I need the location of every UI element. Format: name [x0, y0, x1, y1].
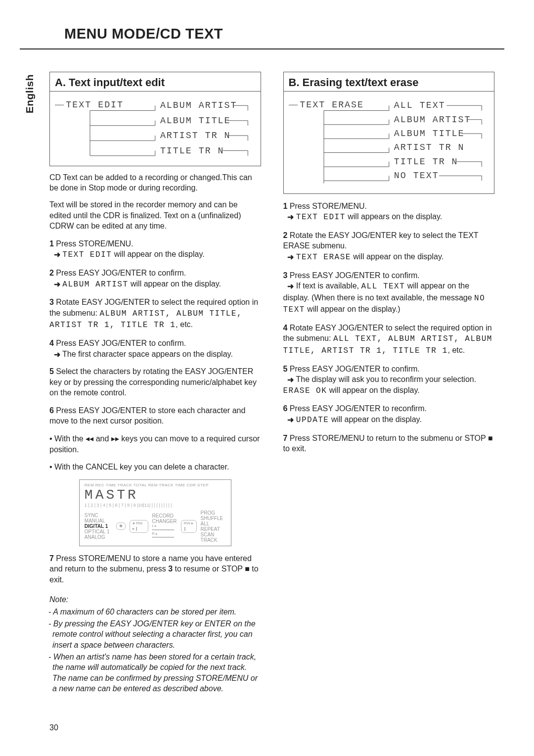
- section-a-box: A. Text input/text edit TEXT EDIT ALBUM …: [49, 72, 261, 166]
- step-a3: 3 Rotate EASY JOG/ENTER to select the re…: [49, 297, 261, 331]
- arrow-icon: ➜: [287, 281, 294, 292]
- rewind-icon: ◂◂: [86, 434, 93, 443]
- column-a: A. Text input/text edit TEXT EDIT ALBUM …: [49, 72, 261, 695]
- step-b6: 6 Press EASY JOG/ENTER to reconfirm. ➜ U…: [283, 403, 495, 425]
- note-item: A maximum of 60 characters can be stored…: [52, 607, 261, 617]
- arrow-icon: ➜: [287, 212, 294, 223]
- section-b-box: B. Erasing text/text erase TEXT ERASE AL…: [283, 72, 495, 194]
- content-columns: A. Text input/text edit TEXT EDIT ALBUM …: [49, 72, 494, 695]
- step-b5: 5 Press EASY JOG/ENTER to confirm. ➜ The…: [283, 364, 495, 397]
- step-a6: 6 Press EASY JOG/ENTER to store each cha…: [49, 405, 261, 426]
- lcd-track-bar: 1 | 2 | 3 | 4 | 5 | 6 | 7 | 8 | 9 |10|11…: [85, 502, 226, 508]
- rw-badge-2: RW ▸ ‖: [181, 520, 197, 533]
- arrow-icon: ➜: [287, 252, 294, 263]
- tree-b-items: ALL TEXT ALBUM ARTIST ALBUM TITLE ARTIST…: [323, 100, 481, 181]
- disc-icon: ◉: [116, 522, 126, 530]
- step-a7: 7 Press STORE/MENU to store a name you h…: [49, 553, 261, 585]
- step-a2: 2 Press EASY JOG/ENTER to confirm. ➜ ALB…: [49, 268, 261, 290]
- language-tab: English: [24, 74, 36, 113]
- svg-text:ARTIST TR N: ARTIST TR N: [394, 142, 464, 152]
- arrow-icon: ➜: [54, 249, 60, 260]
- svg-text:ALBUM TITLE: ALBUM TITLE: [160, 116, 231, 126]
- section-a-heading: A. Text input/text edit: [50, 72, 261, 92]
- arrow-icon: ➜: [54, 349, 60, 360]
- page-title: MENU MODE/CD TEXT: [64, 26, 223, 42]
- step-b4: 4 Rotate EASY JOG/ENTER to select the re…: [283, 323, 495, 357]
- tree-a: TEXT EDIT ALBUM ARTIST ALBUM TITLE ARTIS…: [50, 92, 261, 166]
- section-a-body: CD Text can be added to a recording or c…: [49, 172, 261, 694]
- arrow-icon: ➜: [287, 415, 294, 425]
- section-b-heading: B. Erasing text/text erase: [284, 72, 494, 92]
- svg-text:ALBUM TITLE: ALBUM TITLE: [394, 129, 464, 139]
- svg-text:NO TEXT: NO TEXT: [394, 171, 439, 181]
- svg-text:ALBUM ARTIST: ALBUM ARTIST: [160, 100, 237, 110]
- rw-badge: ● RW ▸ ‖: [130, 520, 148, 533]
- para-a2: Text will be stored in the recorder memo…: [49, 199, 261, 232]
- svg-text:ALBUM ARTIST: ALBUM ARTIST: [394, 115, 471, 125]
- note-heading: Note:: [49, 594, 261, 605]
- tree-a-svg: TEXT EDIT ALBUM ARTIST ALBUM TITLE ARTIS…: [55, 95, 256, 161]
- column-b: B. Erasing text/text erase TEXT ERASE AL…: [283, 72, 495, 695]
- note-list: A maximum of 60 characters can be stored…: [49, 607, 261, 694]
- step-a4: 4 Press EASY JOG/ENTER to confirm. ➜ The…: [49, 338, 261, 359]
- tree-root-a: TEXT EDIT: [66, 100, 124, 110]
- step-b7: 7 Press STORE/MENU to return to the subm…: [283, 433, 495, 454]
- lcd-display: REM REC TIME TRACK TOTAL REM TRACK TIME …: [79, 479, 231, 546]
- bullet-a1: • With the ◂◂ and ▸▸ keys you can move t…: [49, 433, 261, 455]
- svg-text:ARTIST TR N: ARTIST TR N: [160, 131, 231, 141]
- tree-b: TEXT ERASE ALL TEXT ALBUM ARTIST ALBUM T…: [284, 92, 494, 193]
- step-a1: 1 Press STORE/MENU. ➜ TEXT EDIT will app…: [49, 238, 261, 261]
- note-item: When an artist's name has been stored fo…: [52, 652, 261, 694]
- step-a5: 5 Select the characters by rotating the …: [49, 366, 261, 398]
- svg-text:TITLE TR N: TITLE TR N: [394, 157, 458, 167]
- tree-b-svg: TEXT ERASE ALL TEXT ALBUM ARTIST ALBUM T…: [289, 95, 490, 189]
- para-a1: CD Text can be added to a recording or c…: [49, 172, 261, 193]
- lcd-main-text: MASTR: [85, 488, 226, 502]
- page-number: 30: [49, 723, 58, 732]
- lcd-bottom-row: SYNC MANUAL DIGITAL 1 OPTICAL 1 ANALOG ◉…: [85, 510, 226, 543]
- step-b1: 1 Press STORE/MENU. ➜ TEXT EDIT will app…: [283, 201, 495, 223]
- fastforward-icon: ▸▸: [111, 434, 119, 443]
- arrow-icon: ➜: [287, 375, 294, 385]
- step-b2: 2 Rotate the EASY JOG/ENTER key to selec…: [283, 230, 495, 263]
- svg-text:TITLE TR N: TITLE TR N: [160, 146, 224, 156]
- step-b3: 3 Press EASY JOG/ENTER to confirm. ➜ If …: [283, 270, 495, 316]
- arrow-icon: ➜: [54, 279, 60, 290]
- svg-text:ALL TEXT: ALL TEXT: [394, 100, 445, 110]
- title-rule: [20, 48, 504, 49]
- tree-root-b: TEXT ERASE: [300, 100, 364, 110]
- section-b-body: 1 Press STORE/MENU. ➜ TEXT EDIT will app…: [283, 201, 495, 454]
- bullet-a2: • With the CANCEL key you can delete a c…: [49, 462, 261, 472]
- note-item: By pressing the EASY JOG/ENTER key or EN…: [52, 618, 261, 651]
